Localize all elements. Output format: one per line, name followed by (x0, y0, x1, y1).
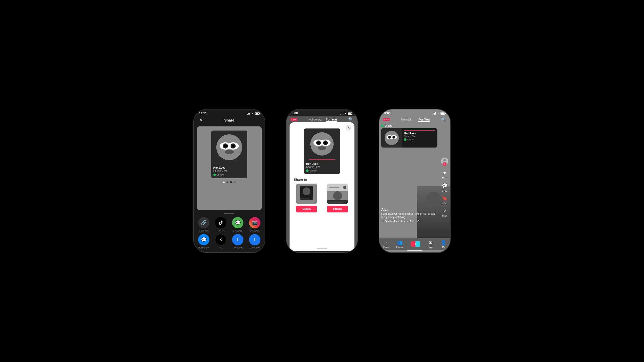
overlay-close-button[interactable]: ✕ (346, 125, 351, 131)
like-count: 991K (442, 177, 447, 179)
action-facebook[interactable]: f Facebook (230, 234, 246, 249)
video-info: Alvin I can discover more of what I like… (381, 208, 437, 222)
spotify-icon-top (381, 125, 384, 127)
dot-2 (226, 181, 228, 183)
photo-preview-thumb (327, 184, 348, 204)
share-title: Share (224, 118, 234, 122)
me-label: Me (442, 246, 445, 248)
nav-tabs-3: Following For You (401, 118, 430, 122)
for-you-tab-2[interactable]: For You (326, 118, 337, 122)
spotify-text-1: Spotify (217, 174, 224, 176)
album-image-1 (211, 131, 247, 164)
video-music-info: 🎵 Spotify :charlie Jeer Her Eyes - Ch... (381, 220, 437, 222)
battery-icon-3 (440, 112, 445, 115)
share-action[interactable]: ↗ 1256 (441, 207, 448, 217)
video-preview-thumb (296, 184, 317, 204)
status-bar-1: 14:11 ▲ (194, 109, 265, 116)
album-artist-1: Charlie Jeer (213, 170, 245, 173)
overlay-spotify-logo (306, 169, 309, 172)
share-actions-row1: 🔗 Copy link TikTok 💬 Messages 📷 Messages (194, 215, 265, 234)
music-platform: Spotify (404, 138, 435, 141)
dot-edit[interactable]: ✎ (234, 181, 236, 183)
overlay-album-card: Her Eyes Charlie Jeer Spotify (304, 128, 340, 174)
bookmark-count: 1256 (442, 202, 447, 205)
svg-point-14 (324, 142, 327, 144)
album-title-1: Her Eyes (213, 166, 245, 169)
nav-2: LIVE Following For You 🔍 (286, 116, 358, 123)
live-badge-2[interactable]: LIVE (291, 118, 297, 121)
messenger-icon: 💬 (198, 234, 209, 245)
nav-home[interactable]: ⌂ Home (383, 240, 388, 248)
action-messenger[interactable]: 💬 Messenger (196, 234, 212, 249)
video-description: I can discover more of what I like on Ti… (381, 212, 437, 219)
action-tiktok[interactable]: TikTok (213, 217, 229, 232)
preview-circle-video (303, 187, 310, 195)
facebook-label: Facebook (233, 246, 243, 249)
heart-icon: ♥ (441, 169, 448, 177)
share-count: 1256 (442, 215, 447, 217)
close-button[interactable]: ✕ (198, 117, 204, 123)
photo-button[interactable]: Photo (327, 206, 348, 212)
music-progress (404, 130, 435, 131)
share-to-label: Share to (293, 178, 307, 182)
friends-label: Friends (396, 246, 403, 248)
messages-icon: 💬 (232, 217, 243, 228)
overlay-album-image (304, 128, 340, 159)
wifi-icon-1: ▲ (251, 112, 254, 115)
follow-plus-badge[interactable]: + (443, 162, 446, 166)
search-button-3[interactable]: 🔍 (441, 117, 446, 122)
phone-3-content: LIVE Following For You 🔍 Spotify (379, 116, 450, 251)
following-tab-2[interactable]: Following (308, 118, 321, 122)
svg-point-5 (224, 145, 227, 147)
phone-1-content: ✕ Share (194, 116, 265, 251)
music-card: Her Eyes Charlie Jeer Spotify (381, 128, 437, 148)
music-card-image (381, 128, 402, 148)
album-cover-circle-1 (216, 134, 242, 160)
phone-2: 8:00 ▲ LIVE Following For (286, 109, 358, 253)
battery-icon-2 (348, 112, 352, 115)
video-button[interactable]: Video (296, 206, 317, 212)
video-username[interactable]: Alvin (381, 208, 437, 211)
share-actions-row2: 💬 Messenger ✕ X f Facebook f Facebook (194, 234, 265, 251)
nav-3: LIVE Following For You 🔍 (379, 116, 450, 123)
overlay-album-title: Her Eyes (306, 162, 338, 165)
nav-me[interactable]: 👤 Me (441, 240, 446, 248)
search-button-2[interactable]: 🔍 (348, 117, 353, 122)
dot-1 (223, 181, 225, 183)
dots-indicator: ✎ (223, 181, 236, 183)
overlay-bottom-bar (317, 248, 327, 249)
music-spotify-icon (404, 138, 406, 141)
svg-point-7 (225, 150, 234, 154)
overlay-album-info: Her Eyes Charlie Jeer Spotify (304, 160, 340, 174)
music-card-art (385, 131, 399, 145)
video-sidebar: + ♥ 991K 💬 3456 🔖 1256 ↗ (441, 158, 448, 217)
nav-create[interactable]: + (411, 241, 420, 247)
action-messages[interactable]: 💬 Messages (230, 217, 246, 232)
instagram-label: Messages (249, 229, 260, 232)
music-card-area: Spotify (381, 125, 437, 148)
action-copy-link[interactable]: 🔗 Copy link (196, 217, 212, 232)
nav-inbox[interactable]: ✉ Inbox (428, 240, 433, 248)
status-time-1: 14:11 (199, 111, 207, 115)
create-button[interactable]: + (411, 241, 420, 247)
following-tab-3[interactable]: Following (401, 118, 414, 122)
nav-friends[interactable]: 👥 Friends (396, 240, 403, 248)
like-action[interactable]: ♥ 991K (441, 169, 448, 179)
action-x[interactable]: ✕ X (213, 234, 229, 249)
status-icons-1: ▲ (247, 112, 260, 115)
music-tag: 🎵 Spotify :charlie Jeer Her Eyes - Ch... (381, 220, 422, 222)
action-fb2[interactable]: f Facebook (247, 234, 263, 249)
live-badge-3[interactable]: LIVE (383, 118, 390, 121)
status-bar-3: 8:00 ▲ (379, 109, 450, 116)
overlay-spotify-text: Spotify (309, 169, 317, 172)
tiktok-label: TikTok (217, 229, 224, 232)
comment-action[interactable]: 💬 3456 (441, 182, 448, 192)
bookmark-action[interactable]: 🔖 1256 (441, 195, 448, 205)
battery-icon-1 (255, 112, 260, 115)
for-you-tab-3[interactable]: For You (418, 118, 430, 122)
facebook-icon: f (232, 234, 243, 245)
action-instagram[interactable]: 📷 Messages (247, 217, 263, 232)
copy-link-icon: 🔗 (198, 217, 209, 228)
share-card-area: Her Eyes Charlie Jeer Spotify ✎ (197, 126, 262, 210)
share-preview-photo: Photo (324, 184, 351, 212)
